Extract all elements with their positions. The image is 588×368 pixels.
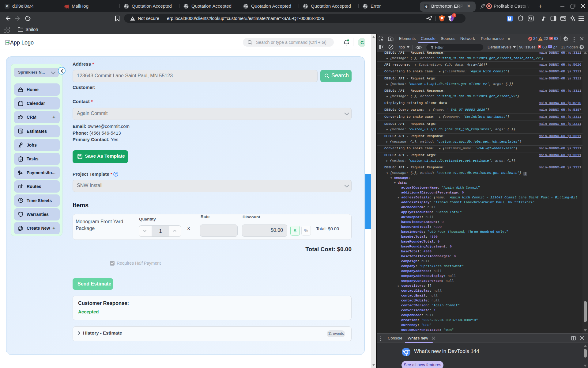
svg-text:?: ? [115,173,117,176]
